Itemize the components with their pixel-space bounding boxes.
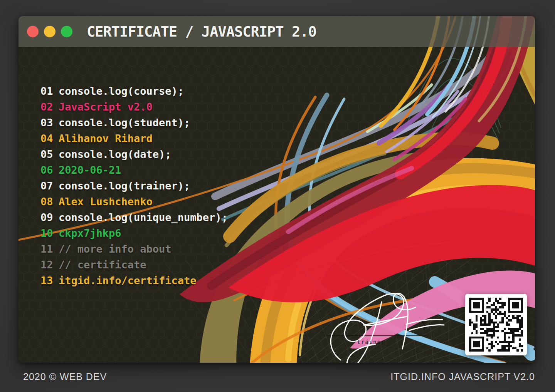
code-line: 03console.log(student);: [40, 115, 228, 131]
trainer-label: trainer: [357, 339, 385, 345]
code-line: 062020-06-21: [40, 162, 228, 178]
minimize-button[interactable]: [44, 26, 56, 37]
line-text: 2020-06-21: [59, 162, 121, 178]
terminal-window: trainer CERTIFICATE / JAVASCRIPT 2.0 01c…: [18, 16, 535, 363]
line-number: 12: [40, 257, 53, 273]
line-number: 08: [40, 194, 53, 209]
code-line: 12// certificate: [40, 257, 228, 273]
line-text: console.log(date);: [59, 146, 172, 162]
code-line: 09console.log(unique_number);: [40, 209, 228, 225]
line-number: 05: [40, 146, 53, 162]
line-text: console.log(course);: [59, 83, 184, 99]
line-text: console.log(unique_number);: [59, 209, 228, 225]
line-number: 06: [40, 162, 53, 178]
code-line: 07console.log(trainer);: [40, 178, 228, 194]
line-text: itgid.info/certificate: [59, 273, 197, 288]
line-text: Alex Lushchenko: [59, 194, 153, 209]
qr-modules: [469, 298, 523, 352]
line-number: 02: [40, 99, 53, 115]
line-text: console.log(student);: [59, 115, 190, 131]
window-title: CERTIFICATE / JAVASCRIPT 2.0: [87, 23, 316, 40]
line-text: ckpx7jhkp6: [59, 225, 121, 241]
code-line: 04Alihanov Rihard: [40, 131, 228, 146]
line-number: 09: [40, 209, 53, 225]
code-line: 11// more info about: [40, 241, 228, 257]
line-text: console.log(trainer);: [59, 178, 190, 194]
line-number: 13: [40, 273, 53, 288]
code-line: 05console.log(date);: [40, 146, 228, 162]
line-text: Alihanov Rihard: [59, 131, 153, 146]
window-titlebar: CERTIFICATE / JAVASCRIPT 2.0: [18, 16, 535, 47]
line-text: JavaScript v2.0: [59, 99, 153, 115]
footer-copyright: 2020 © WEB DEV: [23, 370, 107, 383]
line-text: // more info about: [59, 241, 172, 257]
code-line: 13itgid.info/certificate: [40, 273, 228, 288]
line-number: 11: [40, 241, 53, 257]
code-listing: 01console.log(course);02JavaScript v2.00…: [40, 83, 228, 288]
code-line: 08Alex Lushchenko: [40, 194, 228, 209]
line-number: 07: [40, 178, 53, 194]
maximize-button[interactable]: [61, 26, 72, 37]
traffic-lights: [27, 26, 72, 37]
line-number: 04: [40, 131, 53, 146]
line-number: 10: [40, 225, 53, 241]
footer-course-label: ITGID.INFO JAVASCRIPT V2.0: [390, 370, 535, 383]
close-button[interactable]: [27, 26, 39, 37]
code-line: 10ckpx7jhkp6: [40, 225, 228, 241]
line-text: // certificate: [59, 257, 146, 273]
line-number: 03: [40, 115, 53, 131]
line-number: 01: [40, 83, 53, 99]
code-line: 01console.log(course);: [40, 83, 228, 99]
code-line: 02JavaScript v2.0: [40, 99, 228, 115]
qr-code[interactable]: [465, 294, 527, 355]
